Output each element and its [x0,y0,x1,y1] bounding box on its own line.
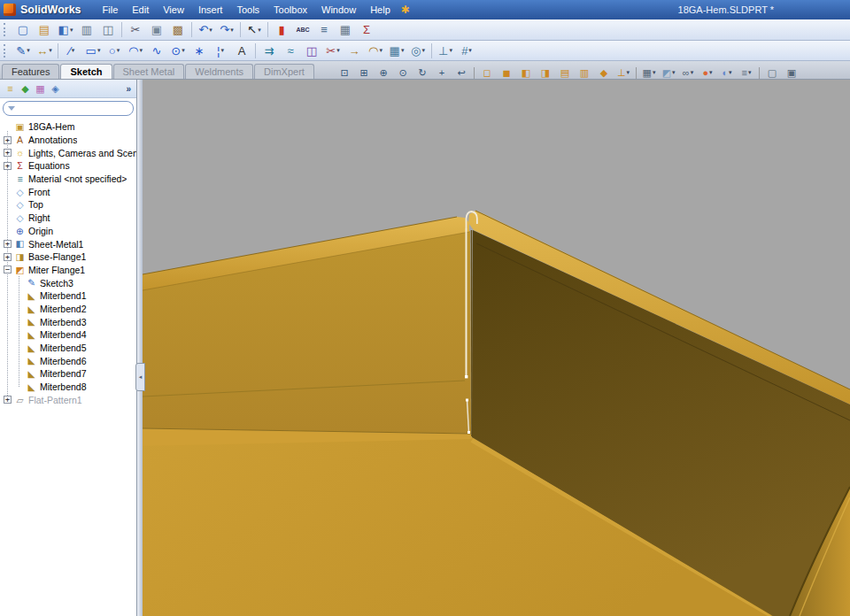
expand-toggle-lights-cameras-and-scene[interactable]: + [4,149,12,157]
dropdown-arrow-icon[interactable]: ▾ [139,47,143,54]
dropdown-arrow-icon[interactable]: ▾ [672,69,676,76]
top-view-button[interactable]: ▤ [556,65,574,81]
normal-to-button[interactable]: ⊥▾ [614,65,632,81]
dropdown-arrow-icon[interactable]: ▾ [117,47,120,54]
redo-button[interactable]: ↷▾ [217,21,236,39]
zoom-to-area-button[interactable]: ⊞ [355,65,373,81]
open-document-button[interactable]: ▤ [35,21,54,39]
save-button[interactable]: ◧▾ [56,21,75,39]
tree-item-top[interactable]: ◇Top [0,198,136,212]
zoom-in-out-button[interactable]: ⊕ [375,65,392,81]
full-screen-button[interactable]: ▢ [763,65,781,81]
tab-dimxpert[interactable]: DimXpert [254,64,314,79]
tree-item-miterbend7[interactable]: ◣Miterbend7 [0,367,136,381]
dropdown-arrow-icon[interactable]: ▾ [729,69,732,76]
dropdown-arrow-icon[interactable]: ▾ [421,47,425,54]
expand-toggle-flat-pattern1[interactable]: + [4,396,12,404]
rotate-view-button[interactable]: ↻ [413,65,431,81]
dropdown-arrow-icon[interactable]: ▾ [748,69,752,76]
dimxpert-manager-tab[interactable]: ◈ [48,81,63,96]
display-delete-relations-button[interactable]: ⊥▾ [436,42,455,59]
line-button[interactable]: ∕▾ [62,42,81,59]
property-manager-tab[interactable]: ◆ [18,81,33,96]
circle-button[interactable]: ○▾ [104,42,124,59]
menu-tools[interactable]: Tools [229,2,267,18]
tree-item-miter-flange1[interactable]: −◩Miter Flange1 [0,264,136,277]
zoom-to-selection-button[interactable]: ⊙ [394,65,412,81]
dropdown-arrow-icon[interactable]: ▾ [401,47,405,54]
cut-button[interactable]: ✂ [126,21,145,39]
menu-file[interactable]: File [96,2,126,18]
feature-filter-box[interactable] [3,101,134,116]
zoom-to-fit-button[interactable]: ⊡ [336,65,353,81]
left-view-button[interactable]: ◧ [517,65,535,81]
extend-entities-button[interactable]: → [344,42,364,59]
dropdown-arrow-icon[interactable]: ▾ [709,69,713,76]
solidworks-search-icon[interactable]: ✱ [401,4,410,16]
apply-scene-button[interactable]: ◐▾ [718,65,736,81]
configuration-manager-tab[interactable]: ▦ [33,81,48,96]
view-orientation-button[interactable]: ▦▾ [640,65,658,81]
model-viewport[interactable] [143,80,850,616]
menu-help[interactable]: Help [363,2,398,18]
file-properties-button[interactable]: ≡ [314,21,334,39]
tree-item-miterbend6[interactable]: ◣Miterbend6 [0,354,136,367]
tree-item-annotations[interactable]: +AAnnotations [0,134,136,147]
tree-item-right[interactable]: ◇Right [0,212,136,225]
tree-item-18ga-hem[interactable]: ▣18GA-Hem [0,120,136,134]
pan-button[interactable]: + [433,65,451,81]
isometric-view-button[interactable]: ◆ [595,65,613,81]
print-button[interactable]: ▥ [77,21,97,39]
centerline-button[interactable]: ¦▾ [211,42,230,59]
text-button[interactable]: A [232,42,251,59]
tree-item-sheet-metal1[interactable]: +◧Sheet-Metal1 [0,237,136,250]
expand-toggle-sheet-metal1[interactable]: + [4,240,12,248]
dropdown-arrow-icon[interactable]: ▾ [468,47,472,54]
expand-toggle-miter-flange1[interactable]: − [4,266,12,273]
back-view-button[interactable]: ◼ [498,65,515,81]
undo-button[interactable]: ↶▾ [196,21,215,39]
toolbar-grip[interactable] [4,44,8,58]
dropdown-arrow-icon[interactable]: ▾ [449,47,452,54]
ellipse-button[interactable]: ⊙▾ [168,42,188,59]
trim-entities-button[interactable]: ✂▾ [323,42,343,59]
quick-snaps-button[interactable]: #▾ [457,42,476,59]
sketch-button[interactable]: ✎▾ [13,42,33,59]
tab-sketch[interactable]: Sketch [60,64,112,79]
tree-item-material-not-specified[interactable]: ≡Material <not specified> [0,173,136,186]
dropdown-arrow-icon[interactable]: ▾ [379,47,382,54]
dropdown-arrow-icon[interactable]: ▾ [627,69,630,76]
dropdown-arrow-icon[interactable]: ▾ [230,27,234,34]
dropdown-arrow-icon[interactable]: ▾ [27,47,30,54]
rebuild-button[interactable]: ▮ [272,21,291,39]
smart-dimension-button[interactable]: ↔▾ [35,42,54,59]
expand-toggle-base-flange1[interactable]: + [4,253,12,261]
toolbar-grip[interactable] [4,23,8,36]
menu-toolbox[interactable]: Toolbox [267,2,314,18]
tree-item-lights-cameras-and-scene[interactable]: +☼Lights, Cameras and Scene [0,146,136,159]
tab-sheet-metal[interactable]: Sheet Metal [113,64,185,79]
print-preview-button[interactable]: ◫ [98,21,118,39]
tree-item-flat-pattern1[interactable]: +▱Flat-Pattern1 [0,393,136,406]
select-button[interactable]: ↖▾ [244,21,264,39]
tree-item-miterbend8[interactable]: ◣Miterbend8 [0,381,136,394]
view-settings-button[interactable]: ≡▾ [738,65,755,81]
dropdown-arrow-icon[interactable]: ▾ [209,27,212,34]
tree-item-equations[interactable]: +ΣEquations [0,159,136,173]
tab-features[interactable]: Features [2,64,59,79]
mirror-entities-button[interactable]: ◫ [302,42,321,59]
display-style-button[interactable]: ◩▾ [660,65,677,81]
dropdown-arrow-icon[interactable]: ▾ [72,47,75,54]
tree-item-miterbend5[interactable]: ◣Miterbend5 [0,342,136,355]
splitter-handle[interactable]: ◂ [135,363,145,391]
expand-toggle-equations[interactable]: + [4,162,12,170]
dropdown-arrow-icon[interactable]: ▾ [336,47,340,54]
dropdown-arrow-icon[interactable]: ▾ [49,47,52,54]
dropdown-arrow-icon[interactable]: ▾ [182,47,185,54]
page-display-button[interactable]: ▣ [783,65,800,81]
panel-overflow-chevron[interactable]: » [123,84,134,94]
hide-show-items-button[interactable]: ∞▾ [679,65,697,81]
tree-item-origin[interactable]: ⊕Origin [0,225,136,238]
sketch-endpoint-2[interactable] [466,399,468,402]
dropdown-arrow-icon[interactable]: ▾ [653,69,656,76]
